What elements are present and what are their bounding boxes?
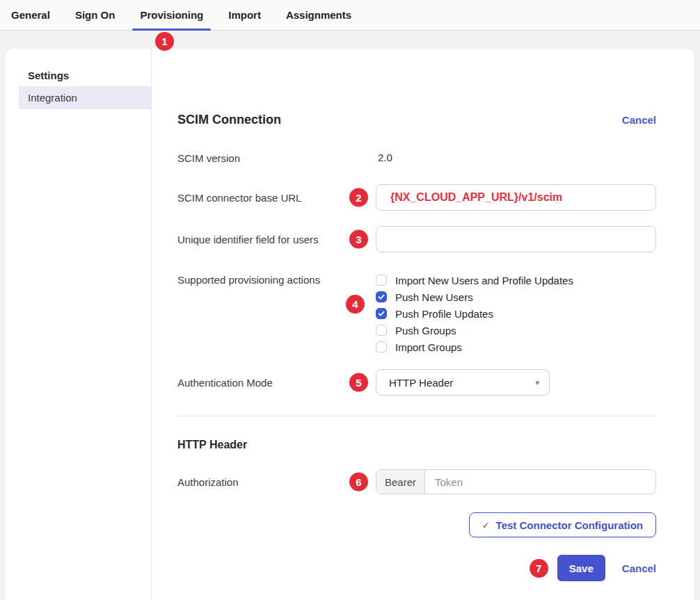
- auth-mode-select[interactable]: HTTP Header ▾: [376, 369, 550, 396]
- section-divider: [177, 416, 656, 416]
- auth-mode-selected-value: HTTP Header: [389, 377, 453, 389]
- settings-sidebar: Settings Integration: [6, 49, 152, 600]
- token-input[interactable]: [425, 470, 655, 494]
- checkbox-row-push-groups[interactable]: Push Groups: [376, 322, 656, 339]
- checkbox-row-push-new-users[interactable]: Push New Users: [376, 289, 656, 305]
- checkbox-row-import-new-users[interactable]: Import New Users and Profile Updates: [376, 272, 656, 289]
- scim-version-value: 2.0: [376, 152, 392, 163]
- annotation-badge-7: 7: [530, 559, 548, 578]
- annotation-badge-4: 4: [346, 295, 365, 314]
- checkbox-label: Push Profile Updates: [395, 308, 493, 320]
- checkbox-label: Push New Users: [395, 291, 473, 303]
- test-connector-configuration-button[interactable]: ✓ Test Connector Configuration: [469, 512, 656, 537]
- check-icon: ✓: [482, 520, 490, 530]
- checkbox-push-new-users[interactable]: [376, 291, 387, 302]
- tab-assignments[interactable]: Assignments: [278, 0, 359, 30]
- tab-general[interactable]: General: [3, 0, 58, 30]
- sidebar-item-integration[interactable]: Integration: [19, 86, 151, 109]
- annotation-badge-2: 2: [349, 188, 368, 207]
- tab-provisioning[interactable]: Provisioning: [132, 0, 211, 30]
- authorization-label: Authorization: [177, 476, 376, 488]
- checkbox-label: Push Groups: [395, 325, 456, 337]
- cancel-link-bottom[interactable]: Cancel: [622, 562, 656, 574]
- checkbox-push-groups[interactable]: [376, 325, 387, 336]
- checkbox-import-groups[interactable]: [376, 341, 387, 352]
- sidebar-heading: Settings: [6, 49, 151, 83]
- authorization-input-group: Bearer: [376, 469, 656, 494]
- chevron-down-icon: ▾: [535, 378, 539, 387]
- checkbox-row-import-groups[interactable]: Import Groups: [376, 339, 656, 355]
- provisioning-panel: Settings Integration SCIM Connection Can…: [6, 49, 694, 600]
- tab-import[interactable]: Import: [221, 0, 269, 30]
- save-button[interactable]: Save: [557, 555, 605, 581]
- scim-version-label: SCIM version: [177, 152, 376, 164]
- bearer-prefix: Bearer: [376, 470, 425, 494]
- http-header-section-title: HTTP Header: [177, 439, 247, 451]
- checkbox-push-profile-updates[interactable]: [376, 308, 387, 319]
- unique-identifier-input[interactable]: [376, 226, 656, 252]
- app-tab-bar: General Sign On Provisioning Import Assi…: [0, 0, 700, 31]
- annotation-badge-1: 1: [155, 32, 174, 51]
- base-url-input[interactable]: [376, 184, 656, 211]
- test-button-label: Test Connector Configuration: [496, 519, 643, 531]
- provisioning-actions-label: Supported provisioning actions: [177, 272, 376, 286]
- annotation-badge-3: 3: [349, 230, 368, 249]
- base-url-label: SCIM connector base URL: [177, 192, 376, 204]
- tab-sign-on[interactable]: Sign On: [67, 0, 123, 30]
- auth-mode-label: Authentication Mode: [177, 377, 376, 389]
- annotation-badge-6: 6: [349, 473, 368, 492]
- checkbox-label: Import Groups: [395, 341, 462, 353]
- checkbox-label: Import New Users and Profile Updates: [395, 275, 573, 286]
- page-title: SCIM Connection: [177, 113, 281, 127]
- annotation-badge-5: 5: [349, 373, 368, 392]
- checkbox-import-new-users[interactable]: [376, 275, 387, 286]
- checkbox-row-push-profile-updates[interactable]: Push Profile Updates: [376, 305, 656, 322]
- scim-connection-form: SCIM Connection Cancel SCIM version 2.0 …: [152, 49, 694, 600]
- cancel-link-top[interactable]: Cancel: [622, 114, 656, 126]
- unique-identifier-label: Unique identifier field for users: [177, 234, 376, 245]
